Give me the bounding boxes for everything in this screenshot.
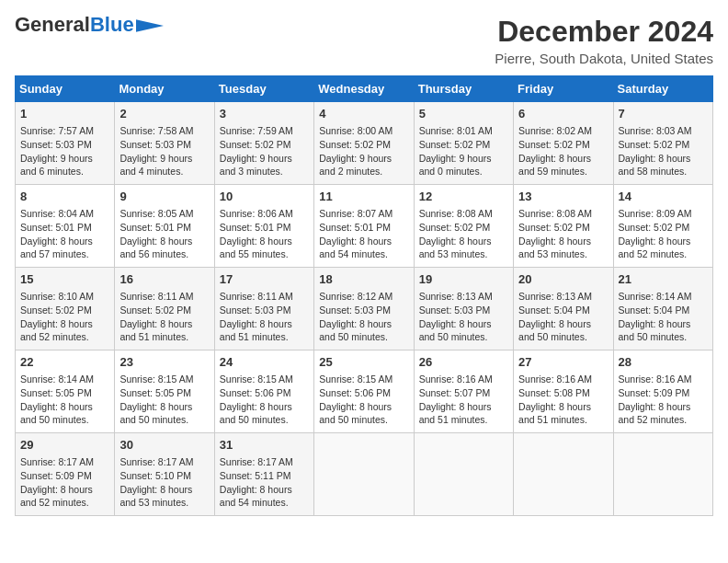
weekday-header: Sunday	[16, 76, 115, 102]
calendar-day-cell: 4Sunrise: 8:00 AMSunset: 5:02 PMDaylight…	[314, 102, 414, 185]
calendar-table: SundayMondayTuesdayWednesdayThursdayFrid…	[15, 75, 713, 516]
calendar-day-cell: 20Sunrise: 8:13 AMSunset: 5:04 PMDayligh…	[514, 268, 613, 350]
day-number: 7	[619, 106, 708, 122]
day-number: 28	[619, 354, 708, 371]
day-info: Sunrise: 8:10 AMSunset: 5:02 PMDaylight:…	[20, 290, 109, 344]
calendar-day-cell: 15Sunrise: 8:10 AMSunset: 5:02 PMDayligh…	[16, 268, 115, 350]
day-number: 25	[319, 354, 408, 371]
day-info: Sunrise: 8:15 AMSunset: 5:06 PMDaylight:…	[319, 373, 408, 427]
weekday-header: Friday	[514, 76, 613, 102]
calendar-day-cell: 2Sunrise: 7:58 AMSunset: 5:03 PMDaylight…	[115, 102, 214, 185]
calendar-day-cell: 19Sunrise: 8:13 AMSunset: 5:03 PMDayligh…	[414, 268, 513, 350]
day-info: Sunrise: 8:06 AMSunset: 5:01 PMDaylight:…	[220, 207, 309, 261]
calendar-day-cell	[613, 433, 712, 516]
calendar-body: 1Sunrise: 7:57 AMSunset: 5:03 PMDaylight…	[16, 102, 713, 516]
calendar-day-cell: 16Sunrise: 8:11 AMSunset: 5:02 PMDayligh…	[115, 268, 214, 350]
logo-icon	[136, 19, 164, 32]
day-number: 13	[518, 189, 608, 205]
day-info: Sunrise: 8:08 AMSunset: 5:02 PMDaylight:…	[518, 207, 608, 261]
day-info: Sunrise: 8:11 AMSunset: 5:02 PMDaylight:…	[119, 290, 209, 344]
day-info: Sunrise: 8:05 AMSunset: 5:01 PMDaylight:…	[119, 207, 209, 261]
day-number: 1	[20, 106, 109, 122]
weekday-header: Thursday	[414, 76, 513, 102]
calendar-day-cell: 25Sunrise: 8:15 AMSunset: 5:06 PMDayligh…	[314, 350, 414, 433]
calendar-day-cell: 31Sunrise: 8:17 AMSunset: 5:11 PMDayligh…	[214, 433, 313, 516]
day-number: 10	[220, 189, 309, 205]
calendar-day-cell	[414, 433, 513, 516]
day-number: 30	[119, 437, 209, 454]
day-info: Sunrise: 8:14 AMSunset: 5:05 PMDaylight:…	[20, 373, 109, 427]
calendar-day-cell: 7Sunrise: 8:03 AMSunset: 5:02 PMDaylight…	[613, 102, 712, 185]
day-info: Sunrise: 8:02 AMSunset: 5:02 PMDaylight:…	[518, 124, 608, 178]
calendar-day-cell: 6Sunrise: 8:02 AMSunset: 5:02 PMDaylight…	[514, 102, 613, 185]
day-info: Sunrise: 8:08 AMSunset: 5:02 PMDaylight:…	[419, 207, 508, 261]
weekday-header: Tuesday	[214, 76, 313, 102]
day-info: Sunrise: 7:59 AMSunset: 5:02 PMDaylight:…	[220, 124, 309, 178]
calendar-week-row: 8Sunrise: 8:04 AMSunset: 5:01 PMDaylight…	[16, 185, 713, 268]
main-title: December 2024	[495, 15, 713, 49]
day-number: 24	[220, 354, 309, 371]
day-info: Sunrise: 8:11 AMSunset: 5:03 PMDaylight:…	[220, 290, 309, 344]
day-info: Sunrise: 8:16 AMSunset: 5:08 PMDaylight:…	[518, 373, 608, 427]
day-info: Sunrise: 8:17 AMSunset: 5:10 PMDaylight:…	[119, 455, 209, 510]
day-info: Sunrise: 7:58 AMSunset: 5:03 PMDaylight:…	[119, 124, 209, 178]
calendar-day-cell: 8Sunrise: 8:04 AMSunset: 5:01 PMDaylight…	[16, 185, 115, 268]
day-number: 6	[518, 106, 608, 122]
day-info: Sunrise: 8:00 AMSunset: 5:02 PMDaylight:…	[319, 124, 408, 178]
calendar-day-cell: 14Sunrise: 8:09 AMSunset: 5:02 PMDayligh…	[613, 185, 712, 268]
day-info: Sunrise: 8:13 AMSunset: 5:04 PMDaylight:…	[518, 290, 608, 344]
day-info: Sunrise: 8:16 AMSunset: 5:07 PMDaylight:…	[419, 373, 508, 427]
calendar-day-cell: 30Sunrise: 8:17 AMSunset: 5:10 PMDayligh…	[115, 433, 214, 516]
day-number: 17	[220, 271, 309, 288]
calendar-week-row: 15Sunrise: 8:10 AMSunset: 5:02 PMDayligh…	[16, 268, 713, 350]
day-number: 14	[619, 189, 708, 205]
logo: GeneralBlue	[15, 15, 164, 35]
title-area: December 2024 Pierre, South Dakota, Unit…	[495, 15, 713, 66]
calendar-day-cell: 11Sunrise: 8:07 AMSunset: 5:01 PMDayligh…	[314, 185, 414, 268]
day-number: 2	[119, 106, 209, 122]
day-info: Sunrise: 8:12 AMSunset: 5:03 PMDaylight:…	[319, 290, 408, 344]
calendar-day-cell: 3Sunrise: 7:59 AMSunset: 5:02 PMDaylight…	[214, 102, 313, 185]
day-info: Sunrise: 7:57 AMSunset: 5:03 PMDaylight:…	[20, 124, 109, 178]
day-number: 15	[20, 271, 109, 288]
logo-text: GeneralBlue	[15, 15, 134, 35]
day-number: 3	[220, 106, 309, 122]
day-info: Sunrise: 8:17 AMSunset: 5:11 PMDaylight:…	[220, 455, 309, 510]
day-number: 8	[20, 189, 109, 205]
header: GeneralBlue December 2024 Pierre, South …	[15, 15, 713, 66]
day-number: 19	[419, 271, 508, 288]
calendar-week-row: 29Sunrise: 8:17 AMSunset: 5:09 PMDayligh…	[16, 433, 713, 516]
day-info: Sunrise: 8:13 AMSunset: 5:03 PMDaylight:…	[419, 290, 508, 344]
day-info: Sunrise: 8:07 AMSunset: 5:01 PMDaylight:…	[319, 207, 408, 261]
calendar-day-cell: 21Sunrise: 8:14 AMSunset: 5:04 PMDayligh…	[613, 268, 712, 350]
day-info: Sunrise: 8:03 AMSunset: 5:02 PMDaylight:…	[619, 124, 708, 178]
day-number: 18	[319, 271, 408, 288]
weekday-header: Wednesday	[314, 76, 414, 102]
calendar-day-cell: 23Sunrise: 8:15 AMSunset: 5:05 PMDayligh…	[115, 350, 214, 433]
weekday-header-row: SundayMondayTuesdayWednesdayThursdayFrid…	[16, 76, 713, 102]
day-info: Sunrise: 8:17 AMSunset: 5:09 PMDaylight:…	[20, 455, 109, 510]
calendar-day-cell: 9Sunrise: 8:05 AMSunset: 5:01 PMDaylight…	[115, 185, 214, 268]
day-number: 9	[119, 189, 209, 205]
day-number: 29	[20, 437, 109, 454]
day-number: 31	[220, 437, 309, 454]
svg-marker-0	[136, 19, 164, 32]
calendar-day-cell: 26Sunrise: 8:16 AMSunset: 5:07 PMDayligh…	[414, 350, 513, 433]
calendar-week-row: 22Sunrise: 8:14 AMSunset: 5:05 PMDayligh…	[16, 350, 713, 433]
calendar-day-cell: 18Sunrise: 8:12 AMSunset: 5:03 PMDayligh…	[314, 268, 414, 350]
calendar-day-cell: 10Sunrise: 8:06 AMSunset: 5:01 PMDayligh…	[214, 185, 313, 268]
day-number: 26	[419, 354, 508, 371]
day-info: Sunrise: 8:16 AMSunset: 5:09 PMDaylight:…	[619, 373, 708, 427]
calendar-day-cell: 28Sunrise: 8:16 AMSunset: 5:09 PMDayligh…	[613, 350, 712, 433]
calendar-day-cell: 29Sunrise: 8:17 AMSunset: 5:09 PMDayligh…	[16, 433, 115, 516]
calendar-day-cell: 12Sunrise: 8:08 AMSunset: 5:02 PMDayligh…	[414, 185, 513, 268]
weekday-header: Monday	[115, 76, 214, 102]
day-info: Sunrise: 8:01 AMSunset: 5:02 PMDaylight:…	[419, 124, 508, 178]
day-info: Sunrise: 8:15 AMSunset: 5:06 PMDaylight:…	[220, 373, 309, 427]
day-info: Sunrise: 8:04 AMSunset: 5:01 PMDaylight:…	[20, 207, 109, 261]
calendar-day-cell: 13Sunrise: 8:08 AMSunset: 5:02 PMDayligh…	[514, 185, 613, 268]
calendar-day-cell: 17Sunrise: 8:11 AMSunset: 5:03 PMDayligh…	[214, 268, 313, 350]
day-number: 22	[20, 354, 109, 371]
day-number: 5	[419, 106, 508, 122]
day-number: 16	[119, 271, 209, 288]
